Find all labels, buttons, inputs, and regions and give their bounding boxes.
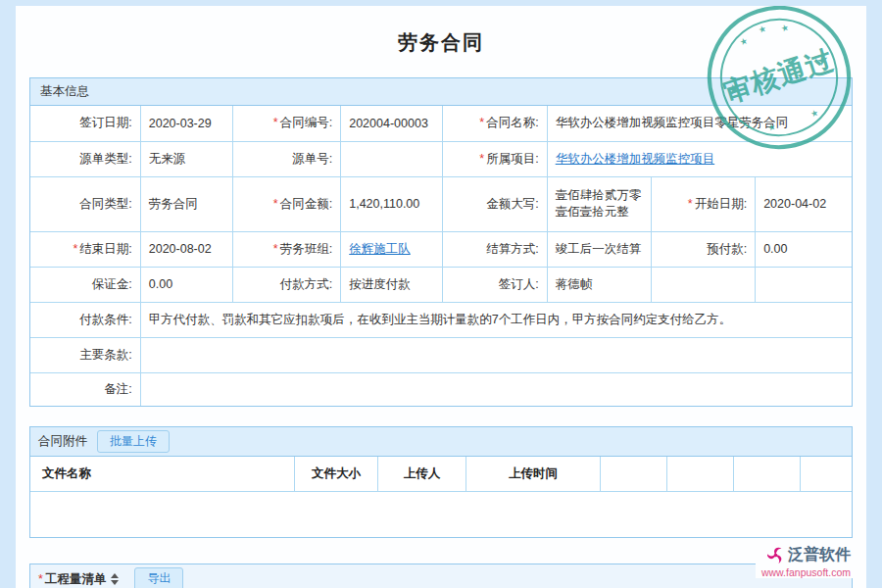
project-value: 华软办公楼增加视频监控项目: [547, 141, 852, 176]
attachments-section: 合同附件 批量上传 文件名称 文件大小 上传人 上传时间: [29, 426, 853, 538]
table-row: *结束日期: 2020-08-02 *劳务班组: 徐辉施工队 结算方式: 竣工后…: [30, 231, 852, 267]
attachments-header-bar: 合同附件 批量上传: [30, 427, 852, 457]
contract-no-value: 202004-00003: [341, 106, 443, 141]
deposit-value: 0.00: [140, 267, 232, 302]
brand-name: 泛普软件: [788, 545, 851, 565]
labor-team-value: 徐辉施工队: [341, 231, 443, 267]
table-row: 保证金: 0.00 付款方式: 按进度付款 签订人: 蒋德帧: [30, 267, 852, 302]
pay-method-value: 按进度付款: [341, 267, 443, 302]
fanpu-logo-icon: [767, 547, 784, 564]
required-mark: *: [273, 242, 278, 256]
end-date-label: *结束日期:: [30, 231, 140, 267]
empty-label-cell: [651, 267, 755, 302]
table-row: 备注:: [30, 372, 852, 406]
labor-team-label: *劳务班组:: [232, 231, 340, 267]
table-row: 主要条款:: [30, 337, 852, 372]
prepay-label: 预付款:: [651, 231, 755, 267]
labor-team-label-text: 劳务班组:: [280, 242, 332, 256]
contract-name-value: 华软办公楼增加视频监控项目零星劳务合同: [547, 106, 852, 141]
main-terms-label: 主要条款:: [30, 337, 140, 372]
amount-caps-label: 金额大写:: [443, 176, 547, 231]
table-row: 付款条件: 甲方代付款、罚款和其它应扣款项后，在收到业主当期计量款的7个工作日内…: [30, 302, 852, 337]
source-type-label: 源单类型:: [30, 141, 140, 176]
required-mark: *: [273, 197, 278, 211]
required-mark: *: [273, 116, 278, 129]
labor-team-link[interactable]: 徐辉施工队: [349, 242, 411, 256]
start-date-value: 2020-04-02: [756, 176, 852, 231]
contract-type-value: 劳务合同: [140, 176, 232, 231]
brand-watermark: 泛普软件 www.fanpusoft.com: [756, 543, 855, 578]
pay-method-label: 付款方式:: [232, 267, 340, 302]
batch-upload-button[interactable]: 批量上传: [97, 430, 170, 454]
remark-label: 备注:: [30, 372, 140, 406]
export-button[interactable]: 导出: [134, 567, 183, 588]
attach-col-file-size: 文件大小: [295, 457, 378, 491]
contract-no-label: *合同编号:: [232, 106, 340, 141]
attach-col-empty: [801, 457, 852, 491]
signer-value: 蒋德帧: [547, 267, 651, 302]
attachments-empty-body: [30, 492, 852, 537]
required-mark: *: [479, 152, 484, 166]
start-date-label-text: 开始日期:: [695, 197, 747, 211]
project-label: *所属项目:: [443, 141, 547, 176]
end-date-label-text: 结束日期:: [79, 242, 131, 256]
source-no-label: 源单号:: [232, 141, 340, 176]
required-mark: *: [479, 116, 484, 129]
amount-caps-value: 壹佰肆拾贰万零壹佰壹拾元整: [547, 176, 651, 231]
table-row: 合同类型: 劳务合同 *合同金额: 1,420,110.00 金额大写: 壹佰肆…: [30, 176, 852, 231]
deposit-label: 保证金:: [30, 267, 140, 302]
required-mark: *: [73, 242, 77, 256]
attach-col-empty: [667, 457, 734, 491]
source-type-value: 无来源: [140, 141, 232, 176]
contract-type-label: 合同类型:: [30, 176, 140, 231]
prepay-value: 0.00: [756, 231, 852, 267]
page-title: 劳务合同: [16, 6, 866, 56]
content-area: 基本信息 签订日期: 2020-03-29 *合同编号: 202004-0000…: [29, 77, 853, 588]
table-row: 签订日期: 2020-03-29 *合同编号: 202004-00003 *合同…: [30, 106, 852, 141]
attach-col-empty: [601, 457, 667, 491]
end-date-value: 2020-08-02: [140, 231, 232, 267]
pay-terms-label: 付款条件:: [30, 302, 140, 337]
amount-label: *合同金额:: [232, 176, 340, 231]
empty-value-cell: [756, 267, 852, 302]
sign-date-label: 签订日期:: [30, 106, 140, 141]
contract-name-label: *合同名称:: [443, 106, 547, 141]
attachments-table-header: 文件名称 文件大小 上传人 上传时间: [30, 457, 852, 492]
start-date-label: *开始日期:: [651, 176, 755, 231]
amount-label-text: 合同金额:: [280, 197, 332, 211]
table-row: 源单类型: 无来源 源单号: *所属项目: 华软办公楼增加视频监控项目: [30, 141, 852, 176]
required-mark: *: [688, 197, 693, 211]
project-label-text: 所属项目:: [486, 152, 538, 166]
main-terms-value: [140, 337, 852, 372]
settlement-label: 结算方式:: [443, 231, 547, 267]
sign-date-value: 2020-03-29: [140, 106, 232, 141]
main-panel: 劳务合同 基本信息 签订日期: 2020-03-29 *合同编号: 202004…: [16, 6, 866, 588]
brand-url: www.fanpusoft.com: [761, 566, 851, 578]
signer-label: 签订人:: [443, 267, 547, 302]
attach-col-file-name: 文件名称: [30, 457, 295, 491]
project-link[interactable]: 华软办公楼增加视频监控项目: [556, 152, 715, 166]
sort-toggle-icon[interactable]: [111, 573, 119, 585]
contract-no-label-text: 合同编号:: [280, 116, 332, 129]
source-no-value: [341, 141, 443, 176]
attach-col-uploader: 上传人: [378, 457, 466, 491]
boq-header-bar: * 工程量清单 导出: [30, 564, 852, 588]
settlement-value: 竣工后一次结算: [547, 231, 651, 267]
attach-col-empty: [734, 457, 801, 491]
boq-title: 工程量清单: [45, 571, 107, 588]
pay-terms-value: 甲方代付款、罚款和其它应扣款项后，在收到业主当期计量款的7个工作日内，甲方按合同…: [140, 302, 852, 337]
remark-value: [140, 372, 852, 406]
required-mark: *: [38, 572, 43, 586]
attachments-title: 合同附件: [38, 433, 87, 450]
basic-info-section: 基本信息 签订日期: 2020-03-29 *合同编号: 202004-0000…: [29, 77, 853, 407]
attach-col-upload-time: 上传时间: [466, 457, 601, 491]
basic-info-table: 签订日期: 2020-03-29 *合同编号: 202004-00003 *合同…: [30, 106, 852, 406]
page-background: { "page": { "title": "劳务合同" }, "required…: [0, 0, 882, 588]
amount-value: 1,420,110.00: [341, 176, 443, 231]
basic-info-header: 基本信息: [30, 78, 852, 106]
contract-name-label-text: 合同名称:: [486, 116, 538, 129]
boq-section: * 工程量清单 导出: [29, 564, 853, 588]
